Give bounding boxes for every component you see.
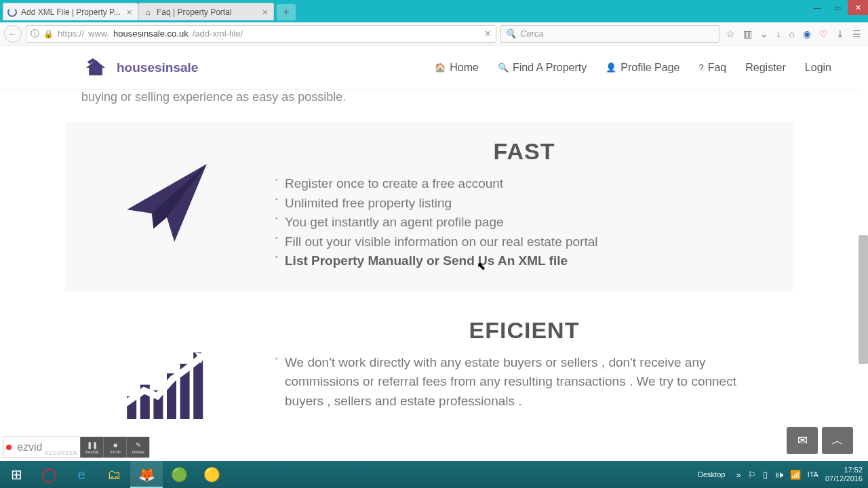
search-icon: 🔍 [498, 62, 509, 73]
time: 17:52 [825, 466, 863, 474]
shield-icon[interactable]: ♡ [819, 28, 828, 39]
new-tab-button[interactable]: + [277, 4, 296, 20]
url-scheme: https:// [58, 28, 84, 39]
section-fast: FAST Register once to create a free acco… [65, 122, 793, 291]
user-icon: 👤 [606, 62, 616, 73]
tray-overflow-icon[interactable]: » [736, 470, 741, 480]
pause-icon: ❚❚ [87, 441, 98, 449]
pocket-icon[interactable]: ⌄ [760, 28, 768, 39]
language-indicator[interactable]: ITA [808, 470, 818, 479]
windows-taskbar: ⊞ ◯ e 🗂 🦊 🟢 🟡 Desktop » ⚐ ▯ 🕪 📶 ITA 17:5… [0, 461, 868, 488]
tab-close-icon[interactable]: × [125, 7, 134, 18]
toolbar-icons: ☆ ▥ ⌄ ↓ ⌂ ◉ ♡ ⤓ ☰ [724, 28, 864, 39]
tab-title: Faq | Property Portal [157, 7, 257, 17]
url-path: /add-xml-file/ [193, 28, 243, 39]
site-logo[interactable]: housesinsale [81, 57, 198, 79]
window-controls: — ▭ ✕ [807, 0, 868, 15]
paper-plane-icon [119, 155, 214, 249]
maximize-button[interactable]: ▭ [827, 0, 848, 15]
efficient-bullets: We don't work directly with any estate b… [275, 353, 773, 411]
show-desktop-label[interactable]: Desktop [698, 470, 729, 479]
clock[interactable]: 17:52 07/12/2016 [825, 466, 863, 483]
fast-icon-col [85, 138, 248, 271]
save-icon[interactable]: ⤓ [836, 28, 844, 39]
pencil-icon: ✎ [136, 441, 141, 449]
recorder-brand: ezvid [14, 441, 45, 453]
taskbar-app-opera[interactable]: ◯ [33, 461, 65, 488]
nav-home[interactable]: 🏠Home [435, 62, 479, 74]
battery-icon[interactable]: 📶 [790, 470, 801, 480]
browser-title-bar: Add XML File | Property P... × ⌂ Faq | P… [0, 0, 868, 22]
bar-chart-icon [119, 333, 214, 428]
minimize-button[interactable]: — [807, 0, 827, 15]
search-box[interactable]: 🔍 Cerca [500, 25, 719, 43]
scrollbar-thumb[interactable] [859, 235, 868, 364]
taskbar-app-chrome[interactable]: 🟢 [163, 461, 195, 488]
list-item: Unlimited free property listing [275, 194, 773, 214]
tab-active[interactable]: Add XML File | Property P... × [3, 3, 138, 20]
menu-icon[interactable]: ☰ [852, 28, 861, 39]
date: 07/12/2016 [825, 474, 863, 483]
search-placeholder: Cerca [520, 28, 544, 39]
nav-faq[interactable]: ?Faq [698, 62, 726, 74]
section-title: FAST [275, 138, 773, 165]
url-bar[interactable]: ⓘ 🔒 https://www.housesinsale.co.uk/add-x… [26, 25, 496, 43]
system-tray: Desktop » ⚐ ▯ 🕪 📶 ITA 17:52 07/12/2016 [698, 466, 868, 483]
fast-bullets: Register once to create a free account U… [275, 174, 773, 271]
list-item: Fill out your visible information on our… [275, 232, 773, 252]
library-icon[interactable]: ▥ [743, 28, 752, 39]
question-icon: ? [698, 62, 703, 73]
globe-icon[interactable]: ◉ [803, 28, 811, 39]
section-efficient: EFICIENT We don't work directly with any… [65, 301, 793, 449]
clear-url-icon[interactable]: ✕ [484, 28, 492, 39]
info-icon[interactable]: ⓘ [31, 28, 39, 40]
nav-register[interactable]: Register [745, 62, 786, 74]
floating-buttons: ✉ ︿ [787, 427, 853, 454]
contact-mail-button[interactable]: ✉ [787, 427, 818, 454]
recorder-stop-button[interactable]: ■STOP [103, 437, 126, 458]
recorder-draw-button[interactable]: ✎DRAW [126, 437, 149, 458]
section-title: EFICIENT [275, 317, 773, 344]
home-icon[interactable]: ⌂ [789, 28, 795, 39]
screen-recorder-overlay: ezvid RECORDER ❚❚PAUSE ■STOP ✎DRAW [3, 436, 150, 458]
site-header: housesinsale 🏠Home 🔍Find A Property 👤Pro… [0, 45, 859, 90]
tab-close-icon[interactable]: × [261, 7, 269, 18]
house-logo-icon [81, 57, 110, 79]
recorder-sub: RECORDER [45, 451, 77, 458]
network-icon[interactable]: 🕪 [774, 470, 783, 480]
nav-login[interactable]: Login [805, 62, 831, 74]
home-icon: 🏠 [435, 62, 446, 73]
scroll-top-button[interactable]: ︿ [822, 427, 853, 454]
recording-dot-icon [6, 445, 12, 450]
tray-icon[interactable]: ▯ [763, 470, 768, 480]
house-icon: ⌂ [143, 7, 153, 17]
nav-find-property[interactable]: 🔍Find A Property [498, 62, 587, 74]
flag-icon[interactable]: ⚐ [748, 470, 756, 480]
list-item: Register once to create a free account [275, 174, 773, 194]
efficient-icon-col [85, 317, 248, 428]
taskbar-app-firefox[interactable]: 🦊 [130, 461, 163, 488]
list-item-bold: List Property Manually or Send Us An XML… [275, 251, 773, 271]
tab-inactive[interactable]: ⌂ Faq | Property Portal × [138, 3, 274, 20]
loading-icon [7, 7, 17, 17]
start-button[interactable]: ⊞ [0, 461, 33, 488]
stop-icon: ■ [113, 441, 117, 449]
back-button[interactable]: ← [4, 25, 22, 43]
browser-tabs: Add XML File | Property P... × ⌂ Faq | P… [0, 0, 296, 20]
recorder-pause-button[interactable]: ❚❚PAUSE [80, 437, 103, 458]
page-content: buying or selling experience as easy as … [0, 90, 859, 461]
url-domain: housesinsale.co.uk [113, 28, 189, 39]
taskbar-app-explorer[interactable]: 🗂 [98, 461, 130, 488]
nav-profile[interactable]: 👤Profile Page [606, 62, 679, 74]
list-item: You get instantly an agent profile page [275, 213, 773, 232]
downloads-icon[interactable]: ↓ [776, 28, 781, 39]
intro-text-fragment: buying or selling experience as easy as … [0, 90, 859, 113]
tab-title: Add XML File | Property P... [21, 7, 121, 17]
list-item: We don't work directly with any estate b… [275, 353, 773, 411]
search-icon: 🔍 [505, 28, 516, 39]
taskbar-app-ie[interactable]: e [65, 461, 98, 488]
url-www: www. [88, 28, 109, 39]
close-button[interactable]: ✕ [848, 0, 868, 15]
bookmark-star-icon[interactable]: ☆ [726, 28, 735, 39]
taskbar-app-chrome2[interactable]: 🟡 [195, 461, 228, 488]
